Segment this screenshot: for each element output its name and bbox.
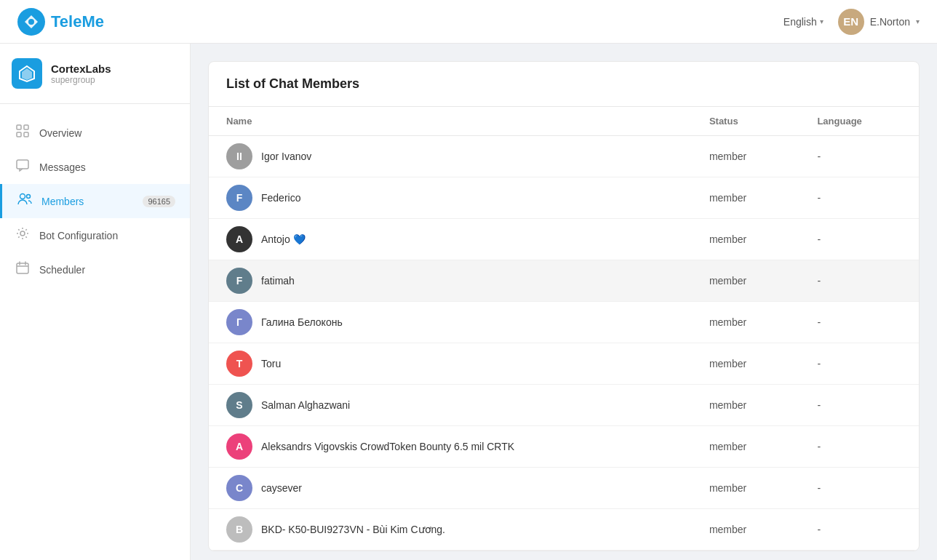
member-name: Toru xyxy=(261,358,281,369)
sidebar-item-bot-configuration[interactable]: Bot Configuration xyxy=(0,218,190,252)
sidebar-item-messages-label: Messages xyxy=(39,161,86,173)
member-name: Federico xyxy=(261,192,300,204)
svg-rect-6 xyxy=(17,132,21,137)
language-value: - xyxy=(817,192,821,204)
language-value: - xyxy=(817,399,821,411)
member-name-cell: F Federico xyxy=(209,177,692,219)
table-row[interactable]: Г Галина Белоконь member - xyxy=(209,302,919,343)
member-avatar: B xyxy=(226,516,252,543)
messages-icon xyxy=(15,159,31,175)
language-selector[interactable]: English ▾ xyxy=(784,16,824,28)
language-value: - xyxy=(817,482,821,494)
language-value: - xyxy=(817,151,821,162)
language-value: - xyxy=(817,233,821,245)
member-avatar: C xyxy=(226,475,252,501)
member-name: Галина Белоконь xyxy=(261,316,343,328)
card-header: List of Chat Members xyxy=(209,62,919,107)
sidebar-item-messages[interactable]: Messages xyxy=(0,150,190,184)
member-name-cell: F fatimah xyxy=(209,260,692,302)
bot-config-icon xyxy=(15,227,31,244)
member-status-cell: member xyxy=(692,177,800,219)
logo: TeleMe xyxy=(17,8,104,36)
workspace-info: CortexLabs supergroup xyxy=(51,63,111,85)
member-name: fatimah xyxy=(261,275,295,287)
status-badge: member xyxy=(709,358,746,369)
member-language-cell: - xyxy=(800,385,919,426)
member-avatar: S xyxy=(226,392,252,418)
member-name-cell: A Aleksandrs Vigovskis CrowdToken Bounty… xyxy=(209,426,692,468)
member-status-cell: member xyxy=(692,136,800,177)
user-initials: EN xyxy=(843,15,858,28)
member-name-cell: T Toru xyxy=(209,343,692,385)
member-name-cell: A Antojo 💙 xyxy=(209,219,692,260)
table-row[interactable]: B BKD- K50-BUI9273VN - Bùi Kim Cương. me… xyxy=(209,509,919,551)
sidebar-item-members[interactable]: Members 96165 xyxy=(0,184,190,218)
status-badge: member xyxy=(709,482,746,494)
layout: CortexLabs supergroup Overview Messages xyxy=(0,44,937,560)
member-language-cell: - xyxy=(800,177,919,219)
sidebar: CortexLabs supergroup Overview Messages xyxy=(0,44,191,560)
member-status-cell: member xyxy=(692,260,800,302)
col-status: Status xyxy=(692,107,800,136)
workspace-name: CortexLabs xyxy=(51,63,111,75)
table-row[interactable]: T Toru member - xyxy=(209,343,919,385)
status-badge: member xyxy=(709,441,746,452)
member-language-cell: - xyxy=(800,219,919,260)
user-name: E.Norton xyxy=(870,16,910,28)
table-row[interactable]: II Igor Ivanov member - xyxy=(209,136,919,177)
member-avatar: F xyxy=(226,185,252,211)
sidebar-item-scheduler[interactable]: Scheduler xyxy=(0,252,190,287)
workspace-avatar xyxy=(12,58,42,89)
user-chevron-icon: ▾ xyxy=(916,17,920,25)
member-status-cell: member xyxy=(692,302,800,343)
member-language-cell: - xyxy=(800,260,919,302)
member-language-cell: - xyxy=(800,426,919,468)
card-title: List of Chat Members xyxy=(226,76,901,92)
member-name: Igor Ivanov xyxy=(261,151,311,162)
member-language-cell: - xyxy=(800,509,919,551)
sidebar-item-scheduler-label: Scheduler xyxy=(39,264,85,276)
status-badge: member xyxy=(709,399,746,411)
table-row[interactable]: C caysever member - xyxy=(209,468,919,509)
member-avatar: A xyxy=(226,433,252,460)
language-chevron-icon: ▾ xyxy=(820,17,824,25)
members-card: List of Chat Members Name Status Languag… xyxy=(208,61,920,551)
navbar: TeleMe English ▾ EN E.Norton ▾ xyxy=(0,0,937,44)
table-row[interactable]: S Salman Alghazwani member - xyxy=(209,385,919,426)
svg-rect-7 xyxy=(24,132,28,137)
table-header-row: Name Status Language xyxy=(209,107,919,136)
member-language-cell: - xyxy=(800,343,919,385)
members-icon xyxy=(17,193,33,209)
avatar: EN xyxy=(838,9,864,35)
col-name: Name xyxy=(209,107,692,136)
language-value: - xyxy=(817,524,821,535)
overview-icon xyxy=(15,124,31,141)
svg-rect-8 xyxy=(17,160,28,169)
workspace-logo-icon xyxy=(17,64,36,83)
member-avatar: II xyxy=(226,143,252,169)
status-badge: member xyxy=(709,316,746,328)
workspace-section: CortexLabs supergroup xyxy=(0,44,190,104)
sidebar-item-overview[interactable]: Overview xyxy=(0,116,190,150)
svg-rect-5 xyxy=(24,125,28,129)
table-row[interactable]: A Antojo 💙 member - xyxy=(209,219,919,260)
navbar-right: English ▾ EN E.Norton ▾ xyxy=(784,9,920,35)
svg-point-11 xyxy=(20,231,25,236)
status-badge: member xyxy=(709,524,746,535)
col-language: Language xyxy=(800,107,919,136)
table-row[interactable]: A Aleksandrs Vigovskis CrowdToken Bounty… xyxy=(209,426,919,468)
user-menu[interactable]: EN E.Norton ▾ xyxy=(838,9,920,35)
sidebar-item-bot-configuration-label: Bot Configuration xyxy=(39,230,118,241)
workspace-type: supergroup xyxy=(51,75,111,85)
logo-text: TeleMe xyxy=(51,12,104,31)
member-name-cell: B BKD- K50-BUI9273VN - Bùi Kim Cương. xyxy=(209,509,692,551)
member-status-cell: member xyxy=(692,219,800,260)
member-status-cell: member xyxy=(692,385,800,426)
scheduler-icon xyxy=(15,261,31,278)
sidebar-item-overview-label: Overview xyxy=(39,127,81,139)
table-row[interactable]: F fatimah member - xyxy=(209,260,919,302)
table-row[interactable]: F Federico member - xyxy=(209,177,919,219)
member-name-cell: C caysever xyxy=(209,468,692,509)
status-badge: member xyxy=(709,192,746,204)
member-status-cell: member xyxy=(692,468,800,509)
